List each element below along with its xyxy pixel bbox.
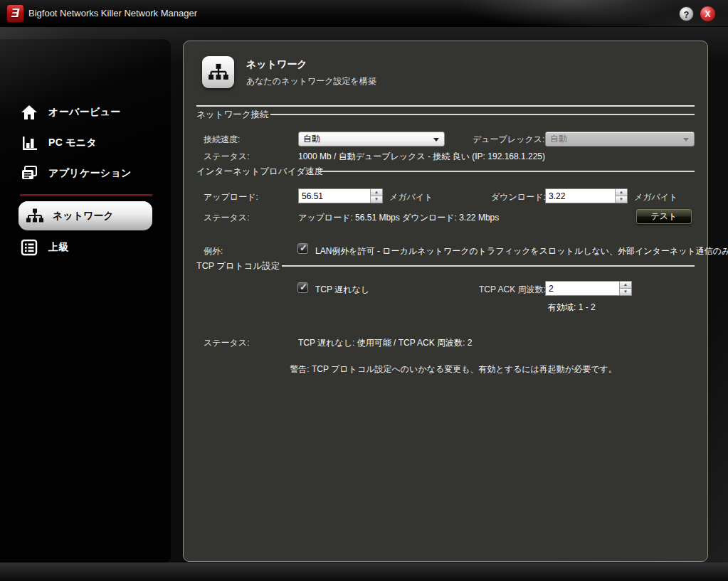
isp-status-value: アップロード: 56.51 Mbps ダウンロード: 3.22 Mbps (298, 212, 499, 224)
duplex-label: デューブレックス: (473, 134, 544, 146)
upload-label: アップロード: (204, 191, 258, 203)
sidebar-item-applications[interactable]: アプリケーション (14, 163, 157, 184)
spin-up-icon[interactable]: ▲ (616, 189, 627, 196)
exception-description: LAN例外を許可 - ローカルネットワークのトラフィックをスロットルしない、外部… (315, 245, 728, 257)
download-spinbox: ▲ ▼ (545, 188, 628, 203)
sidebar-item-label: 上級 (48, 241, 69, 254)
download-input[interactable] (546, 189, 615, 203)
spin-down-icon[interactable]: ▼ (620, 289, 631, 295)
window-bottom-edge (0, 563, 728, 581)
page-title: ネットワーク (246, 58, 307, 71)
connection-status-label: ステータス: (204, 151, 249, 163)
sidebar-divider (20, 194, 152, 196)
duplex-value: 自動 (550, 134, 567, 144)
help-button[interactable]: ? (679, 6, 694, 21)
connection-status-value: 1000 Mb / 自動デューブレックス - 接続 良い (IP: 192.16… (298, 151, 545, 163)
network-icon (202, 56, 234, 88)
tcp-status-value: TCP 遅れなし: 使用可能 / TCP ACK 周波数: 2 (298, 337, 472, 349)
sidebar-item-label: ネットワーク (53, 210, 114, 223)
network-settings-panel: ネットワーク あなたのネットワーク設定を構築 ネットワーク接続 接続速度: 自動… (183, 41, 708, 562)
download-label: ダウンロード: (491, 191, 546, 203)
titlebar: Ǝ Bigfoot Networks Killer Network Manage… (0, 0, 728, 27)
exception-label: 例外: (204, 245, 223, 257)
tcp-restart-warning: 警告: TCP プロトコル設定へのいかなる変更も、有効とするには再起動が必要です… (254, 363, 653, 375)
chevron-down-icon (683, 138, 689, 142)
section-title-network-connection: ネットワーク接続 (196, 109, 268, 121)
advanced-list-icon (20, 239, 38, 256)
section-title-tcp: TCP プロトコル設定 (196, 260, 280, 272)
tcp-status-label: ステータス: (204, 337, 249, 349)
section-divider (270, 114, 695, 115)
upload-unit-label: メガバイト (389, 191, 433, 203)
sidebar-item-label: アプリケーション (48, 167, 132, 180)
app-window: Ǝ Bigfoot Networks Killer Network Manage… (0, 0, 728, 581)
upload-spinner: ▲ ▼ (370, 189, 382, 203)
spin-down-icon[interactable]: ▼ (616, 196, 627, 203)
upload-spinbox: ▲ ▼ (298, 188, 383, 203)
section-divider (282, 265, 695, 267)
duplex-dropdown[interactable]: 自動 (545, 132, 695, 146)
sidebar-item-overview[interactable]: オーバービュー (14, 102, 157, 123)
bar-chart-icon (20, 134, 38, 151)
tcp-ack-range: 有効域: 1 - 2 (548, 302, 596, 314)
sidebar-item-advanced[interactable]: 上級 (14, 237, 157, 258)
tcp-no-delay-checkbox[interactable] (297, 282, 308, 293)
connection-speed-label: 接続速度: (204, 134, 240, 146)
connection-speed-value: 自動 (303, 134, 320, 144)
sidebar-item-label: オーバービュー (48, 106, 120, 119)
window-title: Bigfoot Networks Killer Network Manager (28, 0, 197, 27)
spin-down-icon[interactable]: ▼ (371, 196, 382, 203)
page-subtitle: あなたのネットワーク設定を構築 (246, 75, 376, 87)
network-icon (26, 208, 44, 225)
chevron-down-icon (433, 138, 439, 142)
download-spinner: ▲ ▼ (615, 189, 627, 203)
section-title-isp-speed: インターネットプロバイダ速度 (196, 166, 323, 178)
spin-up-icon[interactable]: ▲ (620, 282, 631, 289)
tcp-ack-spinner: ▲ ▼ (619, 282, 631, 295)
app-logo-icon: Ǝ (6, 4, 24, 23)
connection-speed-dropdown[interactable]: 自動 (298, 132, 445, 146)
sidebar-item-pc-monitor[interactable]: PC モニタ (14, 132, 157, 154)
sidebar-item-network[interactable]: ネットワーク (19, 201, 152, 230)
lan-exception-checkbox[interactable] (297, 243, 308, 254)
tcp-ack-input[interactable] (546, 282, 619, 295)
download-unit-label: メガバイト (634, 191, 677, 203)
sidebar: オーバービュー PC モニタ アプリケーション ネットワーク 上級 (0, 39, 171, 563)
section-divider (319, 171, 695, 172)
header-divider (196, 105, 695, 107)
tcp-ack-spinbox: ▲ ▼ (545, 281, 632, 296)
sidebar-item-label: PC モニタ (48, 137, 97, 149)
home-icon (20, 104, 38, 121)
spin-up-icon[interactable]: ▲ (371, 189, 382, 196)
applications-icon (20, 165, 38, 182)
close-button[interactable]: X (700, 6, 716, 22)
tcp-ack-label: TCP ACK 周波数: (479, 284, 546, 296)
isp-status-label: ステータス: (204, 212, 249, 224)
test-button[interactable]: テスト (636, 209, 692, 224)
upload-input[interactable] (299, 189, 370, 203)
tcp-no-delay-label: TCP 遅れなし (315, 284, 369, 296)
